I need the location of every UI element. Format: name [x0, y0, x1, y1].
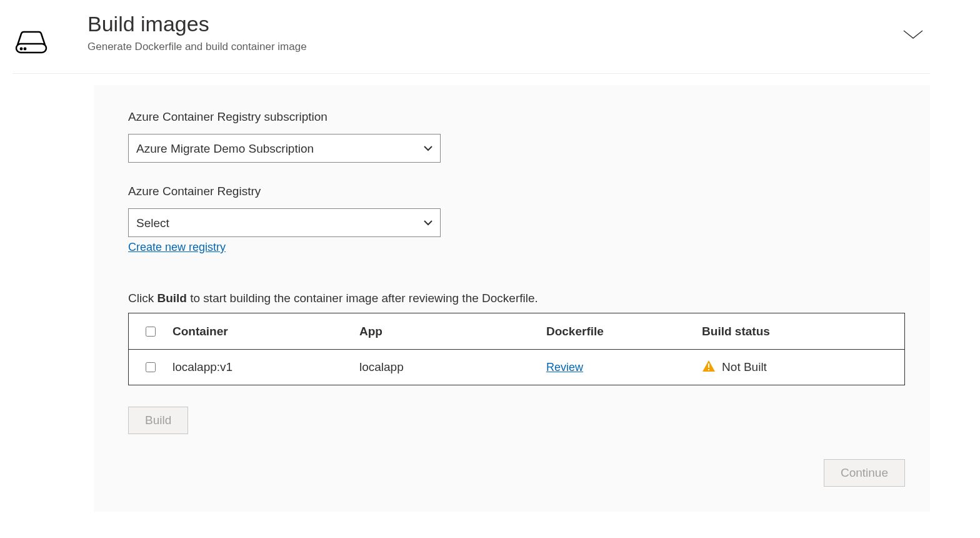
registry-label: Azure Container Registry [128, 185, 905, 198]
page-subtitle: Generate Dockerfile and build container … [88, 41, 865, 53]
disk-icon [12, 28, 50, 58]
col-container: Container [172, 325, 359, 338]
col-app: App [359, 325, 546, 338]
cell-app: localapp [359, 360, 546, 374]
col-dockerfile: Dockerfile [546, 325, 702, 338]
svg-rect-3 [708, 363, 709, 368]
registry-select[interactable]: Select [128, 208, 441, 237]
svg-point-2 [24, 48, 26, 49]
page-title: Build images [88, 13, 865, 36]
table-row: localapp:v1 localapp Review Not Built [129, 350, 904, 385]
panel-header: Build images Generate Dockerfile and bui… [12, 13, 930, 74]
row-checkbox[interactable] [146, 362, 156, 372]
continue-button[interactable]: Continue [824, 459, 905, 487]
svg-point-1 [21, 48, 22, 49]
col-status: Build status [702, 325, 904, 338]
content-panel: Azure Container Registry subscription Az… [94, 85, 930, 512]
collapse-toggle[interactable] [902, 28, 930, 43]
table-header-row: Container App Dockerfile Build status [129, 313, 904, 350]
build-instruction: Click Build to start building the contai… [128, 292, 905, 305]
containers-table: Container App Dockerfile Build status lo… [128, 313, 905, 385]
cell-container: localapp:v1 [172, 360, 359, 374]
cell-status: Not Built [702, 360, 904, 375]
warning-icon [702, 360, 716, 375]
status-text: Not Built [722, 360, 767, 374]
select-all-checkbox[interactable] [146, 327, 156, 337]
subscription-label: Azure Container Registry subscription [128, 110, 905, 124]
build-button[interactable]: Build [128, 407, 188, 434]
svg-rect-4 [708, 369, 709, 370]
subscription-select[interactable]: Azure Migrate Demo Subscription [128, 134, 441, 163]
review-dockerfile-link[interactable]: Review [546, 361, 583, 373]
create-registry-link[interactable]: Create new registry [128, 241, 226, 253]
